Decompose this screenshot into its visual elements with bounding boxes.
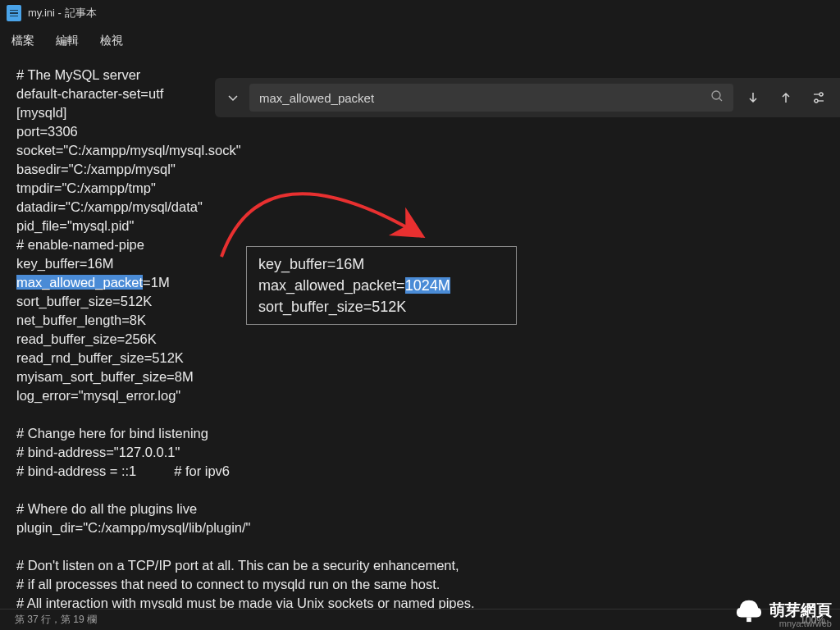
text-line: # Where do all the plugins live <box>16 500 824 518</box>
text-line: log_error="mysql_error.log" <box>16 386 824 405</box>
text-line: # Don't listen on a TCP/IP port at all. … <box>16 556 824 575</box>
svg-rect-6 <box>746 617 751 622</box>
search-match-highlight: max_allowed_packet <box>16 275 143 290</box>
text-line: pid_file="mysql.pid" <box>16 217 824 235</box>
text-line <box>16 537 824 556</box>
watermark-logo-icon <box>733 597 765 623</box>
menubar: 檔案 編輯 檢視 <box>0 26 840 56</box>
find-expand-button[interactable] <box>223 88 243 107</box>
svg-point-0 <box>712 91 720 99</box>
find-input[interactable] <box>259 91 710 105</box>
window-title: my.ini - 記事本 <box>28 6 97 21</box>
arrow-up-icon <box>778 90 793 105</box>
text-line: myisam_sort_buffer_size=8M <box>16 368 824 386</box>
text-line: datadir="C:/xampp/mysql/data" <box>16 198 824 217</box>
statusbar: 第 37 行，第 19 欄 100% <box>0 609 840 630</box>
text-line: # bind-address="127.0.0.1" <box>16 443 824 462</box>
text-editor-content[interactable]: # The MySQL serverdefault-character-set=… <box>0 56 840 623</box>
watermark-url: mnya.tw/web <box>779 619 832 628</box>
status-cursor-position: 第 37 行，第 19 欄 <box>15 613 97 627</box>
text-line: tmpdir="C:/xampp/tmp" <box>16 179 824 198</box>
find-input-container <box>249 84 733 112</box>
callout-line: key_buffer=16M <box>258 253 504 275</box>
find-bar <box>215 78 840 117</box>
text-line: # Change here for bind listening <box>16 424 824 443</box>
svg-point-3 <box>819 93 823 96</box>
text-line <box>16 481 824 500</box>
text-line: # bind-address = ::1 # for ipv6 <box>16 462 824 481</box>
find-next-button[interactable] <box>740 84 766 111</box>
text-line: basedir="C:/xampp/mysql" <box>16 160 824 179</box>
menu-file[interactable]: 檔案 <box>11 34 34 48</box>
find-prev-button[interactable] <box>773 84 799 111</box>
callout-line: sort_buffer_size=512K <box>258 296 504 317</box>
settings-icon <box>811 90 826 105</box>
chevron-down-icon <box>227 92 239 103</box>
callout-line: max_allowed_packet=1024M <box>258 275 504 296</box>
text-line: # if all processes that need to connect … <box>16 575 824 594</box>
callout-highlight: 1024M <box>405 277 450 294</box>
menu-view[interactable]: 檢視 <box>100 34 123 48</box>
arrow-down-icon <box>746 90 760 105</box>
callout-box: key_buffer=16M max_allowed_packet=1024M … <box>246 246 517 325</box>
svg-point-5 <box>815 99 818 103</box>
menu-edit[interactable]: 編輯 <box>56 34 79 48</box>
text-line <box>16 405 824 424</box>
text-line: read_buffer_size=256K <box>16 330 824 349</box>
text-line: read_rnd_buffer_size=512K <box>16 349 824 368</box>
text-line: port=3306 <box>16 122 824 141</box>
notepad-icon <box>7 5 21 21</box>
titlebar: my.ini - 記事本 <box>0 0 840 26</box>
find-options-button[interactable] <box>806 84 832 111</box>
text-line: plugin_dir="C:/xampp/mysql/lib/plugin/" <box>16 518 824 537</box>
search-icon[interactable] <box>710 89 724 106</box>
svg-line-1 <box>719 98 722 101</box>
text-line: socket="C:/xampp/mysql/mysql.sock" <box>16 141 824 160</box>
